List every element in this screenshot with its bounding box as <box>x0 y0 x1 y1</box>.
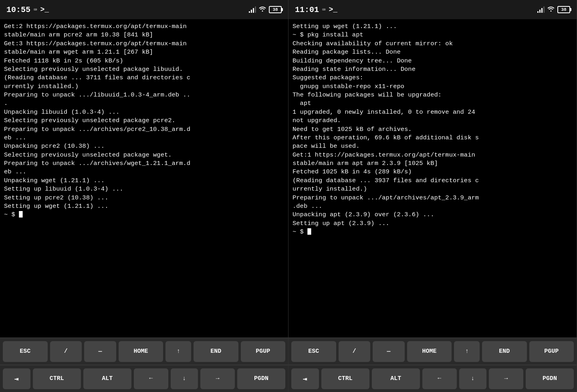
key-pgdn-1[interactable]: PGDN <box>237 368 285 389</box>
key-right-1[interactable]: → <box>200 368 235 389</box>
signal-bars-2 <box>537 6 545 13</box>
key-down-2[interactable]: ↓ <box>459 368 487 389</box>
signal-bar-6 <box>539 10 541 13</box>
keyboard-row2-pane2: ⇥ CTRL ALT ← ↓ → PGDN <box>288 365 577 392</box>
key-left-2[interactable]: ← <box>422 368 457 389</box>
key-dash-2[interactable]: — <box>373 341 405 362</box>
key-dash-1[interactable]: — <box>84 341 116 362</box>
key-ctrl-1[interactable]: CTRL <box>33 368 81 389</box>
terminal-output-1[interactable]: Get:2 https://packages.termux.org/apt/te… <box>0 19 288 338</box>
signal-bar-3 <box>253 8 254 13</box>
signal-bar-1 <box>249 11 250 13</box>
key-esc-2[interactable]: ESC <box>291 341 336 362</box>
key-down-1[interactable]: ↓ <box>171 368 198 389</box>
battery-1: 38 <box>269 6 282 13</box>
signal-bars-1 <box>249 6 256 13</box>
key-alt-2[interactable]: ALT <box>372 368 420 389</box>
status-left-2: 11:01 ⌨ >_ <box>295 5 337 14</box>
keyboard-row1-pane2: ESC / — HOME ↑ END PGUP <box>288 338 577 365</box>
key-end-1[interactable]: END <box>194 341 238 362</box>
key-up-2[interactable]: ↑ <box>454 341 480 362</box>
status-bar-2: 11:01 ⌨ >_ 38 <box>288 0 577 19</box>
keyboard-icon-2: ⌨ <box>322 6 325 13</box>
signal-bar-4 <box>255 6 256 13</box>
battery-2: 38 <box>557 6 570 13</box>
status-right-1: 38 <box>249 6 282 14</box>
key-alt-1[interactable]: ALT <box>83 368 131 389</box>
key-left-1[interactable]: ← <box>134 368 168 389</box>
keyboard-icon-1: ⌨ <box>34 6 37 13</box>
time-1: 10:55 <box>6 5 30 14</box>
wifi-icon-1 <box>258 6 266 14</box>
status-right-2: 38 <box>537 6 570 14</box>
wifi-icon-2 <box>547 6 555 14</box>
key-ctrl-2[interactable]: CTRL <box>321 368 369 389</box>
signal-bar-2 <box>251 10 252 13</box>
key-home-2[interactable]: HOME <box>407 341 452 362</box>
key-slash-2[interactable]: / <box>339 341 371 362</box>
terminal-pane-1: 10:55 ⌨ >_ 38 <box>0 0 288 392</box>
key-tab-2[interactable]: ⇥ <box>291 368 319 389</box>
keyboard-row2-pane1: ⇥ CTRL ALT ← ↓ → PGDN <box>0 365 288 392</box>
key-tab-1[interactable]: ⇥ <box>3 368 30 389</box>
time-2: 11:01 <box>295 5 319 14</box>
prompt-indicator-1: >_ <box>40 6 49 14</box>
key-slash-1[interactable]: / <box>50 341 82 362</box>
key-pgup-1[interactable]: PGUP <box>241 341 286 362</box>
signal-bar-8 <box>543 6 545 13</box>
terminal-pane-2: 11:01 ⌨ >_ 38 <box>288 0 577 392</box>
key-pgup-2[interactable]: PGUP <box>529 341 574 362</box>
signal-bar-7 <box>541 8 543 13</box>
terminal-output-2[interactable]: Setting up wget (1.21.1) ... ~ $ pkg ins… <box>288 19 577 338</box>
key-esc-1[interactable]: ESC <box>3 341 48 362</box>
key-up-1[interactable]: ↑ <box>165 341 191 362</box>
status-left-1: 10:55 ⌨ >_ <box>6 5 49 14</box>
status-bar-1: 10:55 ⌨ >_ 38 <box>0 0 288 19</box>
key-home-1[interactable]: HOME <box>119 341 163 362</box>
key-pgdn-2[interactable]: PGDN <box>526 368 574 389</box>
keyboard-row1-pane1: ESC / — HOME ↑ END PGUP <box>0 338 288 365</box>
prompt-indicator-2: >_ <box>329 6 337 14</box>
key-end-2[interactable]: END <box>482 341 527 362</box>
key-right-2[interactable]: → <box>489 368 523 389</box>
signal-bar-5 <box>537 11 539 13</box>
